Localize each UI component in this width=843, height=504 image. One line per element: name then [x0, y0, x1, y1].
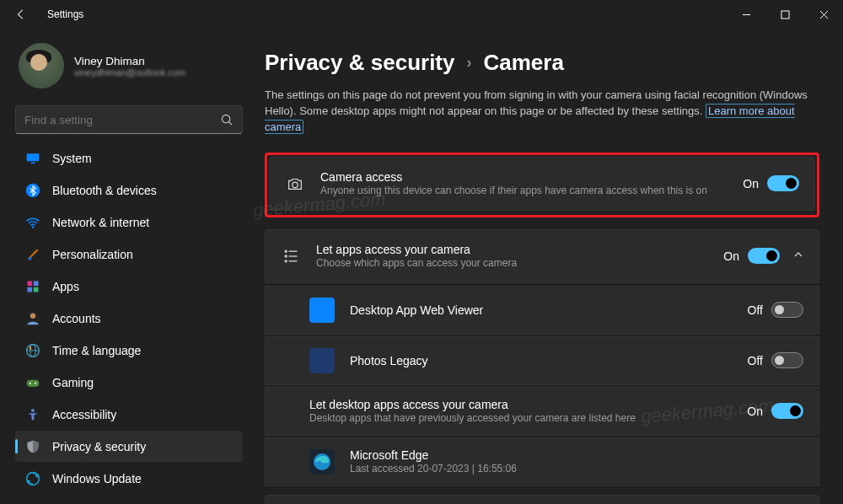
sidebar-item-label: Gaming [52, 376, 94, 389]
svg-point-2 [222, 115, 229, 122]
breadcrumb-current: Camera [483, 50, 563, 76]
back-button[interactable] [7, 0, 35, 29]
breadcrumb: Privacy & security › Camera [265, 50, 819, 76]
arrow-left-icon [15, 8, 27, 20]
svg-rect-12 [34, 287, 39, 292]
user-email: vineydhiman@outlook.com [74, 67, 185, 78]
sidebar-item-accessibility[interactable]: Accessibility [15, 399, 243, 430]
app-icon [309, 298, 335, 323]
svg-point-18 [30, 382, 31, 383]
let-apps-title: Let apps access your camera [316, 243, 723, 256]
close-icon [819, 10, 829, 19]
sidebar-item-privacy[interactable]: Privacy & security [15, 431, 243, 462]
sidebar-item-bluetooth[interactable]: Bluetooth & devices [15, 174, 243, 206]
app-name: Photos Legacy [350, 354, 748, 367]
desktop-app-row: Microsoft Edge Last accessed 20-07-2023 … [265, 437, 819, 486]
let-desktop-subtitle: Desktop apps that have previously access… [309, 412, 747, 424]
content-pane: Privacy & security › Camera The settings… [253, 29, 843, 504]
let-apps-access-card[interactable]: Let apps access your camera Choose which… [265, 229, 819, 283]
svg-rect-11 [27, 287, 32, 292]
app-state-label: Off [748, 303, 763, 317]
svg-rect-5 [31, 162, 35, 164]
app-row: Desktop App Web ViewerOff [265, 286, 819, 335]
recent-activity-card[interactable]: Recent activity [265, 495, 819, 504]
svg-point-27 [285, 255, 287, 256]
svg-rect-4 [27, 153, 40, 161]
sidebar-item-label: Network & internet [52, 216, 149, 229]
bluetooth-icon [25, 183, 40, 198]
sidebar-item-apps[interactable]: Apps [15, 271, 243, 302]
sidebar-item-system[interactable]: System [15, 142, 243, 174]
app-toggle[interactable] [771, 302, 803, 318]
sidebar-item-label: System [52, 152, 92, 165]
svg-rect-17 [27, 379, 40, 386]
search-box[interactable] [15, 105, 243, 134]
app-state-label: Off [748, 354, 763, 367]
svg-point-7 [32, 226, 34, 228]
svg-point-21 [27, 472, 40, 485]
minimize-icon [742, 10, 751, 19]
sidebar-item-label: Time & language [52, 344, 141, 357]
let-apps-toggle[interactable] [748, 248, 780, 264]
brush-icon [25, 247, 40, 262]
let-desktop-apps-card: Let desktop apps access your camera Desk… [265, 387, 819, 436]
sidebar-item-update[interactable]: Windows Update [15, 463, 243, 494]
minimize-button[interactable] [727, 0, 765, 29]
avatar [19, 43, 64, 88]
desktop-app-last-access: Last accessed 20-07-2023 | 16:55:06 [350, 463, 803, 475]
close-button[interactable] [804, 0, 843, 29]
app-row: Photos LegacyOff [265, 336, 819, 385]
search-input[interactable] [24, 114, 221, 126]
window-title: Settings [47, 8, 83, 20]
update-icon [25, 471, 40, 486]
sidebar-nav: SystemBluetooth & devicesNetwork & inter… [15, 142, 243, 494]
expand-apps-list[interactable] [793, 249, 803, 262]
sidebar-item-gaming[interactable]: Gaming [15, 367, 243, 398]
sidebar-item-label: Privacy & security [52, 440, 146, 453]
grid-icon [25, 279, 40, 294]
sidebar-item-time[interactable]: Time & language [15, 335, 243, 366]
let-desktop-toggle[interactable] [771, 403, 803, 419]
svg-point-19 [35, 382, 36, 383]
globe-icon [25, 343, 40, 358]
user-profile[interactable]: Viney Dhiman vineydhiman@outlook.com [15, 41, 243, 97]
svg-rect-1 [781, 11, 789, 19]
sidebar-item-network[interactable]: Network & internet [15, 206, 243, 238]
sidebar-item-accounts[interactable]: Accounts [15, 303, 243, 334]
let-apps-subtitle: Choose which apps can access your camera [316, 257, 723, 269]
camera-access-highlight: Camera access Anyone using this device c… [265, 153, 819, 217]
let-desktop-title: Let desktop apps access your camera [309, 398, 747, 411]
monitor-icon [25, 151, 40, 166]
svg-point-28 [285, 260, 287, 261]
svg-point-13 [30, 313, 36, 319]
camera-access-state-label: On [743, 177, 759, 190]
wifi-icon [25, 215, 40, 230]
sidebar-item-label: Windows Update [52, 472, 142, 485]
app-toggle[interactable] [771, 352, 803, 368]
access-icon [25, 407, 40, 422]
sidebar: Viney Dhiman vineydhiman@outlook.com Sys… [0, 29, 253, 504]
sidebar-item-label: Personalization [52, 248, 133, 261]
camera-access-subtitle: Anyone using this device can choose if t… [320, 185, 743, 196]
camera-access-toggle[interactable] [767, 175, 799, 191]
svg-rect-10 [34, 281, 39, 286]
let-desktop-state-label: On [747, 405, 763, 418]
window-controls [727, 0, 843, 29]
maximize-button[interactable] [765, 0, 804, 29]
titlebar: Settings [0, 0, 843, 29]
svg-rect-9 [27, 281, 32, 286]
breadcrumb-parent[interactable]: Privacy & security [265, 50, 454, 76]
svg-point-26 [285, 250, 287, 252]
camera-access-title: Camera access [320, 170, 743, 184]
app-name: Desktop App Web Viewer [350, 303, 748, 317]
sidebar-item-label: Accounts [52, 312, 101, 325]
camera-access-card: Camera access Anyone using this device c… [269, 157, 815, 211]
sidebar-item-label: Bluetooth & devices [52, 184, 157, 197]
sidebar-item-personalization[interactable]: Personalization [15, 239, 243, 270]
page-description: The settings on this page do not prevent… [265, 88, 819, 136]
edge-icon [309, 449, 335, 475]
maximize-icon [781, 10, 790, 19]
person-icon [25, 311, 40, 326]
sidebar-item-label: Accessibility [52, 408, 116, 421]
let-apps-state-label: On [723, 249, 739, 263]
